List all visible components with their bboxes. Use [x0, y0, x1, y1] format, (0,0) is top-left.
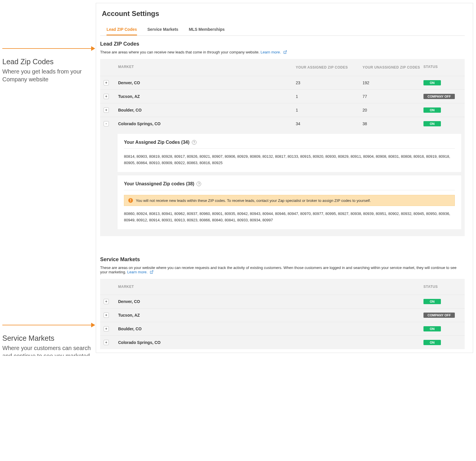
service-table: MARKET STATUS + Denver, CO ON + Tucson, …	[100, 279, 465, 349]
lead-table-header: MARKET YOUR ASSIGNED ZIP CODES YOUR UNAS…	[100, 59, 465, 76]
status-badge: ON	[423, 80, 441, 85]
table-row: - Colorado Springs, CO 34 38 ON	[100, 117, 465, 130]
expand-button[interactable]: +	[104, 94, 109, 99]
svg-line-0	[285, 51, 286, 53]
annotation-service: Service Markets Where your customers can…	[2, 334, 92, 356]
page-title: Account Settings	[102, 10, 465, 18]
arrow-icon	[2, 48, 95, 49]
col-assigned: YOUR ASSIGNED ZIP CODES	[296, 65, 363, 70]
assigned-subtitle: Your Assigned Zip Codes (34)	[124, 140, 190, 145]
tabs: Lead ZIP Codes Service Markets MLS Membe…	[100, 25, 465, 36]
assigned-zip-list: 80814, 80903, 80819, 80928, 80917, 80926…	[124, 153, 455, 166]
market-name: Tucson, AZ	[118, 94, 296, 99]
col-unassigned: YOUR UNASSIGNED ZIP CODES	[363, 65, 423, 70]
annotation-service-title: Service Markets	[2, 334, 92, 342]
status-badge: ON	[423, 121, 441, 126]
expand-button[interactable]: +	[104, 313, 109, 318]
svg-line-1	[151, 271, 153, 272]
arrow-icon	[2, 325, 95, 325]
service-table-header: MARKET STATUS	[100, 279, 465, 295]
collapse-button[interactable]: -	[104, 121, 109, 126]
tab-lead-zip-codes[interactable]: Lead ZIP Codes	[107, 25, 137, 35]
lead-section-description: These are areas where you can receive ne…	[100, 50, 465, 55]
status-badge: ON	[423, 326, 441, 331]
annotation-service-text: Where your customers can search and cont…	[2, 344, 92, 356]
table-row: + Boulder, CO 1 20 ON	[100, 103, 465, 117]
unassigned-zip-list: 80860, 80924, 80813, 80941, 80962, 80937…	[124, 211, 455, 223]
expand-button[interactable]: +	[104, 107, 109, 113]
unassigned-count: 20	[363, 108, 423, 112]
lead-table: MARKET YOUR ASSIGNED ZIP CODES YOUR UNAS…	[100, 59, 465, 236]
market-name: Denver, CO	[118, 80, 296, 85]
assigned-panel: Your Assigned Zip Codes (34) ? 80814, 80…	[118, 134, 461, 172]
market-name: Colorado Springs, CO	[118, 340, 423, 345]
unassigned-count: 38	[363, 121, 423, 126]
alert-banner: ! You will not receive new leads within …	[124, 195, 455, 206]
status-badge: ON	[423, 299, 441, 304]
status-badge: COMPANY OFF	[423, 313, 455, 318]
market-name: Tucson, AZ	[118, 313, 423, 318]
lead-learn-more-link[interactable]: Learn more.	[261, 50, 281, 54]
external-link-icon	[283, 50, 287, 55]
unassigned-subtitle: Your Unassigned Zip codes (38)	[124, 181, 194, 186]
assigned-count: 1	[296, 94, 363, 99]
table-row: + Tucson, AZ COMPANY OFF	[100, 308, 465, 322]
annotation-lead-text: Where you get leads from your Company we…	[2, 68, 92, 83]
market-name: Denver, CO	[118, 299, 423, 304]
table-row: + Colorado Springs, CO ON	[100, 336, 465, 349]
market-name: Boulder, CO	[118, 108, 296, 112]
col-market: MARKET	[118, 285, 423, 289]
expand-button[interactable]: +	[104, 299, 109, 304]
market-name: Boulder, CO	[118, 327, 423, 331]
table-row: + Tucson, AZ 1 77 COMPANY OFF	[100, 89, 465, 103]
status-badge: COMPANY OFF	[423, 94, 455, 99]
help-icon[interactable]: ?	[192, 140, 196, 145]
assigned-count: 34	[296, 121, 363, 126]
col-status: STATUS	[423, 65, 461, 70]
unassigned-count: 77	[363, 94, 423, 99]
table-row: + Denver, CO ON	[100, 295, 465, 308]
assigned-count: 23	[296, 80, 363, 85]
col-market: MARKET	[118, 65, 296, 70]
unassigned-count: 192	[363, 80, 423, 85]
status-badge: ON	[423, 340, 441, 345]
annotation-lead-title: Lead Zip Codes	[2, 58, 92, 66]
service-section-description: These are areas on your website where yo…	[100, 266, 465, 275]
status-badge: ON	[423, 107, 441, 113]
assigned-count: 1	[296, 108, 363, 112]
external-link-icon	[150, 270, 154, 275]
market-name: Colorado Springs, CO	[118, 121, 296, 126]
service-learn-more-link[interactable]: Learn more.	[127, 270, 147, 274]
help-icon[interactable]: ?	[196, 182, 201, 186]
alert-text: You will not receive new leads within th…	[136, 198, 371, 203]
expand-button[interactable]: +	[104, 340, 109, 345]
expanded-detail: Your Assigned Zip Codes (34) ? 80814, 80…	[100, 130, 465, 236]
tab-mls-memberships[interactable]: MLS Memberships	[189, 25, 225, 35]
lead-section-title: Lead ZIP Codes	[100, 41, 465, 47]
col-status: STATUS	[423, 285, 461, 289]
table-row: + Denver, CO 23 192 ON	[100, 76, 465, 89]
expand-button[interactable]: +	[104, 80, 109, 85]
alert-icon: !	[128, 198, 133, 203]
tab-service-markets[interactable]: Service Markets	[147, 25, 178, 35]
unassigned-panel: Your Unassigned Zip codes (38) ? ! You w…	[118, 175, 461, 229]
table-row: + Boulder, CO ON	[100, 322, 465, 336]
service-section-title: Service Markets	[100, 256, 465, 263]
settings-panel: Account Settings Lead ZIP Codes Service …	[96, 3, 473, 353]
expand-button[interactable]: +	[104, 326, 109, 331]
annotation-lead: Lead Zip Codes Where you get leads from …	[2, 58, 92, 83]
